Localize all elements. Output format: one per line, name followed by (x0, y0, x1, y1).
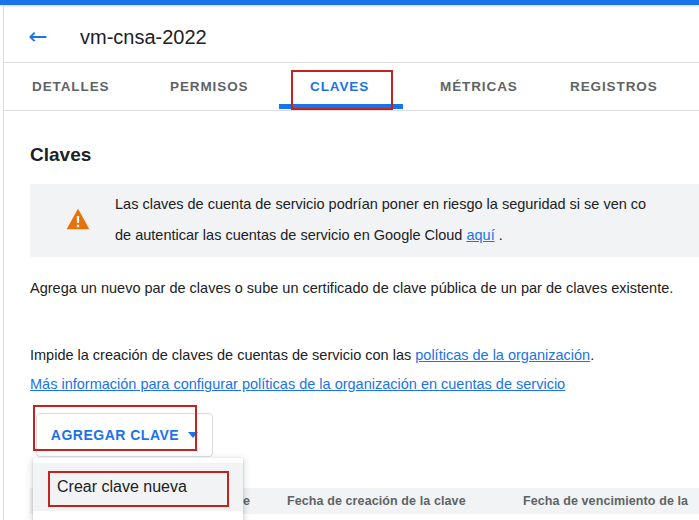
warning-line-1: Las claves de cuenta de servicio podrían… (115, 189, 646, 220)
tab-permisos[interactable]: PERMISOS (170, 79, 248, 99)
column-header-created: Fecha de creación de la clave (287, 494, 466, 508)
section-heading: Claves (30, 144, 91, 166)
add-key-button[interactable]: AGREGAR CLAVE (36, 413, 213, 457)
add-key-button-label: AGREGAR CLAVE (51, 427, 179, 443)
active-tab-underline (279, 104, 403, 109)
header-divider (4, 62, 699, 63)
policy-paragraph-line1: Impide la creación de claves de cuentas … (30, 345, 594, 365)
warning-triangle-icon (66, 208, 90, 230)
back-button[interactable]: ← (22, 22, 54, 50)
menu-item-create-key[interactable]: Crear clave nueva (33, 463, 243, 511)
org-policies-link[interactable]: políticas de la organización (415, 347, 590, 363)
add-key-dropdown-menu: Crear clave nueva Subir clave existente (33, 458, 243, 520)
top-accent-bar (0, 0, 699, 5)
more-info-link[interactable]: Más información para configurar política… (30, 376, 565, 392)
column-header-partial: e (243, 494, 250, 508)
tab-registros[interactable]: REGISTROS (570, 79, 658, 99)
warning-line-2: de autenticar las cuentas de servicio en… (115, 220, 646, 251)
panel-left-border (3, 5, 4, 520)
tabbar-divider (4, 110, 699, 111)
arrow-left-icon: ← (28, 23, 47, 49)
tab-claves[interactable]: CLAVES (310, 79, 369, 99)
warning-text: Las claves de cuenta de servicio podrían… (115, 189, 646, 251)
tab-detalles[interactable]: DETALLES (32, 79, 109, 99)
tab-metricas[interactable]: MÉTRICAS (440, 79, 518, 99)
page-title: vm-cnsa-2022 (80, 26, 207, 49)
column-header-expires: Fecha de vencimiento de la (523, 494, 688, 508)
policy-paragraph-line2: Más información para configurar política… (30, 374, 565, 394)
intro-paragraph: Agrega un nuevo par de claves o sube un … (30, 274, 680, 303)
aqui-link[interactable]: aquí (466, 227, 494, 243)
caret-down-icon (188, 432, 198, 438)
menu-item-upload-key[interactable]: Subir clave existente (33, 511, 243, 520)
